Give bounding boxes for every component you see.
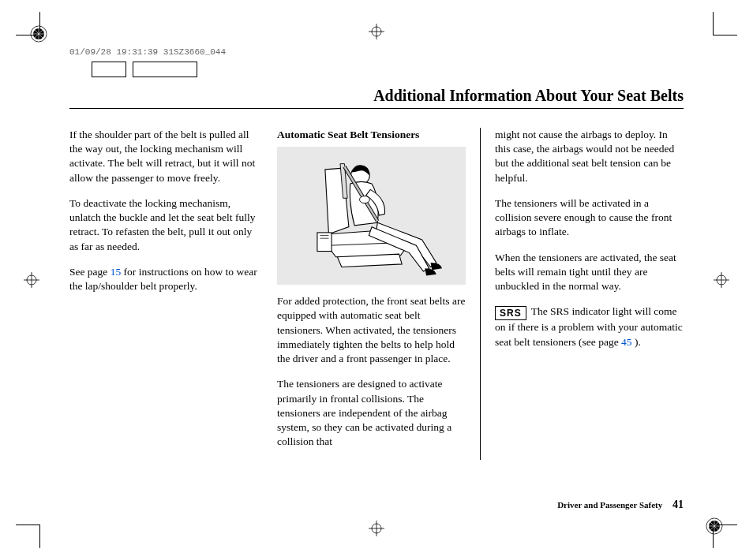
- body-text: The tensioners are designed to activate …: [277, 377, 466, 449]
- footer-page-number: 41: [672, 498, 684, 510]
- title-rule: [69, 108, 684, 109]
- text-run: See page: [69, 266, 111, 278]
- body-text: To deactivate the locking mechanism, unl…: [69, 196, 258, 254]
- svg-point-29: [359, 196, 369, 203]
- crop-mark: [713, 12, 714, 35]
- seatbelt-illustration-icon: [293, 153, 451, 279]
- page-title: Additional Information About Your Seat B…: [69, 87, 684, 105]
- body-text: When the tensioners are activated, the s…: [495, 251, 684, 294]
- body-text: SRSThe SRS indicator light will come on …: [495, 304, 684, 349]
- header-box-small: [92, 62, 126, 77]
- print-star-icon: [30, 25, 47, 43]
- print-star-icon: [706, 517, 723, 535]
- column-divider: [480, 128, 481, 460]
- body-text: For added protection, the front seat bel…: [277, 294, 466, 366]
- page-link[interactable]: 15: [111, 266, 122, 278]
- registration-mark-icon: [369, 24, 384, 39]
- crop-mark: [16, 525, 39, 525]
- text-run: ).: [632, 336, 641, 348]
- subheading: Automatic Seat Belt Tensioners: [277, 128, 466, 142]
- column-3: might not cause the airbags to deploy. I…: [495, 128, 684, 460]
- crop-mark: [714, 35, 737, 35]
- header-box-large: [133, 62, 197, 77]
- footer-section: Driver and Passenger Safety: [557, 500, 662, 510]
- body-text: The tensioners will be activated in a co…: [495, 196, 684, 240]
- crop-mark: [39, 525, 40, 548]
- body-text: might not cause the airbags to deploy. I…: [495, 128, 684, 185]
- registration-mark-icon: [24, 272, 39, 288]
- body-text: If the shoulder part of the belt is pull…: [69, 128, 258, 185]
- registration-mark-icon: [369, 521, 384, 536]
- seatbelt-figure: [277, 147, 466, 285]
- timestamp: 01/09/28 19:31:39 31SZ3660_044: [69, 47, 684, 57]
- content-columns: If the shoulder part of the belt is pull…: [69, 128, 684, 460]
- page-link[interactable]: 45: [621, 336, 632, 348]
- column-1: If the shoulder part of the belt is pull…: [69, 128, 258, 460]
- header-boxes: [92, 62, 684, 77]
- registration-mark-icon: [714, 272, 729, 288]
- srs-indicator-icon: SRS: [495, 306, 526, 320]
- body-text: See page 15 for instructions on how to w…: [69, 265, 258, 293]
- page-footer: Driver and Passenger Safety 41: [557, 498, 684, 511]
- column-2: Automatic Seat Belt Tensioners: [277, 128, 466, 460]
